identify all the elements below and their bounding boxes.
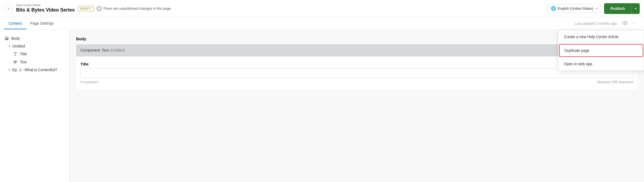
char-count-row: 0 characters Maximum 256 characters bbox=[80, 80, 633, 84]
text-icon bbox=[13, 60, 18, 64]
tabs-row: Content Page Settings Last updated 2 mon… bbox=[0, 17, 644, 30]
sidebar-item-text[interactable]: Text bbox=[0, 58, 69, 66]
draft-badge: DRAFT bbox=[78, 6, 93, 11]
sidebar-title-label: Title bbox=[20, 52, 27, 56]
sidebar-untitled-label: Untitled bbox=[12, 44, 25, 48]
title-icon bbox=[13, 52, 18, 56]
sidebar-item-title[interactable]: Title bbox=[0, 50, 69, 58]
sidebar-ep1-label: Ep. 1 - What is Contentful? bbox=[12, 68, 57, 72]
sidebar: Body ▾ Untitled Title bbox=[0, 30, 70, 182]
article-info: Help Center Article Bits & Bytes Video S… bbox=[16, 3, 75, 13]
sidebar-item-ep1[interactable]: ▾ Ep. 1 - What is Contentful? bbox=[0, 66, 69, 74]
field-label: Title bbox=[80, 62, 633, 66]
title-input[interactable] bbox=[80, 68, 633, 78]
back-button[interactable]: ‹ bbox=[4, 4, 13, 13]
more-options-button[interactable]: ··· bbox=[630, 20, 640, 27]
component-card: Component: Text (Untitled) Title 0 chara… bbox=[76, 44, 638, 89]
publish-dropdown-icon: ▾ bbox=[635, 7, 636, 10]
component-header: Component: Text (Untitled) bbox=[76, 44, 638, 56]
publish-button[interactable]: Publish bbox=[604, 3, 631, 14]
last-updated: Last updated 2 months ago bbox=[575, 21, 617, 26]
sidebar-text-label: Text bbox=[20, 60, 27, 64]
content-panel: Body Component: Text (Untitled) Title 0 … bbox=[70, 30, 644, 182]
dropdown-menu: Create a new Help Center Article Duplica… bbox=[558, 30, 644, 71]
article-title: Bits & Bytes Video Series bbox=[16, 7, 75, 13]
top-header: ‹ Help Center Article Bits & Bytes Video… bbox=[0, 0, 644, 17]
sidebar-item-untitled[interactable]: ▾ Untitled bbox=[0, 42, 69, 50]
layers-icon bbox=[4, 36, 9, 41]
globe-icon: 🌐 bbox=[551, 6, 556, 11]
dropdown-item-create[interactable]: Create a new Help Center Article bbox=[559, 30, 644, 43]
char-count: 0 characters bbox=[80, 80, 98, 84]
eye-icon bbox=[622, 20, 628, 27]
main-area: Body ▾ Untitled Title bbox=[0, 30, 644, 182]
unpublished-text: There are unpublished changes in this pa… bbox=[103, 6, 171, 10]
lang-chevron-icon: ▾ bbox=[596, 7, 597, 10]
back-icon: ‹ bbox=[8, 6, 9, 11]
component-body: Title 0 characters Maximum 256 character… bbox=[76, 56, 638, 89]
unpublished-notice: ! There are unpublished changes in this … bbox=[97, 6, 319, 11]
lang-label: English (United States) bbox=[558, 6, 593, 10]
notice-icon: ! bbox=[97, 6, 102, 11]
body-heading: Body bbox=[76, 37, 638, 41]
publish-group: Publish ▾ bbox=[604, 3, 640, 14]
char-max: Maximum 256 characters bbox=[597, 80, 633, 84]
dropdown-item-web-app[interactable]: Open in web app bbox=[559, 57, 644, 70]
ellipsis-icon: ··· bbox=[632, 21, 638, 26]
tab-page-settings[interactable]: Page Settings bbox=[26, 18, 58, 29]
svg-point-0 bbox=[624, 22, 626, 24]
article-type: Help Center Article bbox=[16, 3, 75, 7]
language-selector[interactable]: 🌐 English (United States) ▾ bbox=[547, 4, 601, 13]
tab-content[interactable]: Content bbox=[4, 18, 26, 29]
component-sub: (Untitled) bbox=[110, 48, 125, 52]
preview-button[interactable] bbox=[620, 19, 630, 28]
chevron-down-icon: ▾ bbox=[9, 45, 10, 48]
sidebar-item-body[interactable]: Body bbox=[0, 34, 69, 42]
component-name: Component: Text bbox=[80, 48, 109, 52]
publish-dropdown-button[interactable]: ▾ bbox=[631, 3, 640, 14]
chevron-right-icon: ▾ bbox=[9, 68, 10, 72]
sidebar-body-label: Body bbox=[11, 36, 20, 41]
dropdown-item-duplicate[interactable]: Duplicate page bbox=[559, 44, 643, 57]
